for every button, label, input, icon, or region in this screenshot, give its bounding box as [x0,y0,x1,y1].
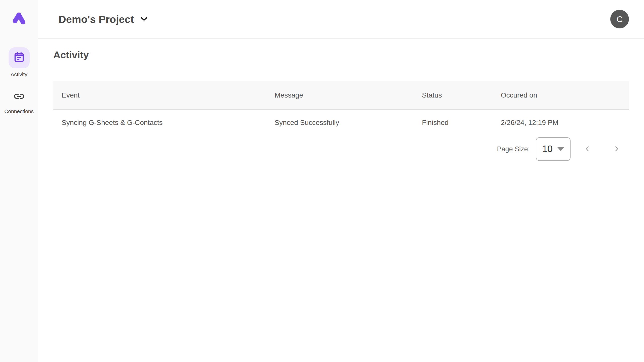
column-header-occurred: Occured on [493,91,629,99]
cell-occurred: 2/26/24, 12:19 PM [493,119,629,127]
cell-status: Finished [414,119,492,127]
avatar-initial: C [617,14,623,24]
sidebar: Activity Connections [0,0,38,362]
page-size-label: Page Size: [497,145,530,153]
page-title: Activity [53,50,89,61]
chevron-down-icon [141,17,147,22]
sidebar-item-activity[interactable]: Activity [0,47,38,77]
pagination-bar: Page Size: 10 [53,136,629,162]
project-title: Demo's Project [59,14,134,25]
previous-page-button[interactable] [581,143,593,155]
activity-table: Event Message Status Occured on Syncing … [53,81,629,162]
app-window: Activity Connections Demo's Project [0,0,644,362]
page-size-value: 10 [542,144,552,154]
column-header-message: Message [266,91,414,99]
next-page-button[interactable] [611,143,623,155]
column-header-status: Status [414,91,492,99]
chevron-left-icon [584,146,591,153]
cell-event: Syncing G-Sheets & G-Contacts [53,119,266,127]
link-icon [13,90,25,103]
sidebar-item-label: Connections [0,108,38,114]
app-logo[interactable] [0,8,38,30]
sidebar-item-connections[interactable]: Connections [0,91,38,114]
avatar[interactable]: C [610,10,629,28]
sidebar-item-label: Activity [0,71,38,77]
dropdown-arrow-icon [557,147,564,151]
table-row: Syncing G-Sheets & G-Contacts Synced Suc… [53,110,629,136]
top-bar: Demo's Project C [38,0,644,39]
calendar-icon [13,52,25,64]
cell-message: Synced Successfully [266,119,414,127]
logo-icon [10,9,29,29]
page-size-select[interactable]: 10 [536,137,571,161]
active-item-highlight [9,47,30,68]
column-header-event: Event [53,91,266,99]
project-switcher[interactable]: Demo's Project [59,0,147,39]
table-header-row: Event Message Status Occured on [53,81,629,110]
chevron-right-icon [613,146,620,153]
